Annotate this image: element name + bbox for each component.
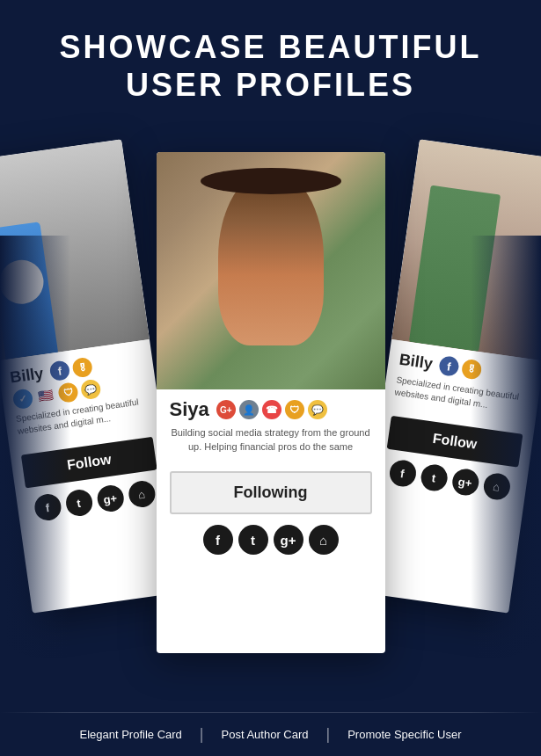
user-name-left: Billy bbox=[9, 364, 45, 387]
google-plus-icon-right[interactable]: g+ bbox=[450, 468, 480, 498]
twitter-icon-center[interactable]: t bbox=[238, 525, 268, 555]
twitter-icon-left[interactable]: t bbox=[64, 489, 94, 519]
shield-badge-center: 🛡 bbox=[285, 400, 304, 419]
footer-item-promote[interactable]: Promote Specific User bbox=[330, 728, 479, 741]
name-row-center: Siya G+ 👤 ☎ 🛡 💬 bbox=[170, 398, 372, 421]
footer-item-post-author[interactable]: Post Author Card bbox=[204, 728, 326, 741]
twitter-icon-right[interactable]: t bbox=[419, 463, 449, 493]
google-plus-icon-left[interactable]: g+ bbox=[95, 484, 125, 514]
footer-item-elegant[interactable]: Elegant Profile Card bbox=[62, 728, 199, 741]
facebook-icon-center[interactable]: f bbox=[203, 525, 233, 555]
flag-badge-left: 🇺🇸 bbox=[34, 385, 56, 407]
google-plus-icon-center[interactable]: g+ bbox=[274, 525, 303, 555]
chat-badge-left: 💬 bbox=[80, 379, 102, 401]
chat-badge-center: 💬 bbox=[308, 400, 327, 419]
footer: Elegant Profile Card | Post Author Card … bbox=[0, 712, 541, 756]
ribbon-badge-right: 🎖 bbox=[461, 359, 483, 381]
google-badge-center: G+ bbox=[216, 400, 236, 419]
support-badge-center: ☎ bbox=[262, 400, 281, 419]
home-icon-left[interactable]: ⌂ bbox=[127, 480, 157, 510]
facebook-icon-left[interactable]: f bbox=[33, 493, 62, 523]
user-name-center: Siya bbox=[170, 398, 209, 421]
user-name-right: Billy bbox=[398, 351, 435, 374]
cards-area: Billy f 🎖 ✓ 🇺🇸 🛡 💬 Specialized in creati… bbox=[0, 121, 541, 666]
shield-badge-left: 🛡 bbox=[57, 382, 79, 404]
page-title: SHOWCASE BEAUTIFUL USER PROFILES bbox=[35, 28, 506, 104]
home-icon-right[interactable]: ⌂ bbox=[481, 472, 511, 502]
page-header: SHOWCASE BEAUTIFUL USER PROFILES bbox=[0, 0, 541, 121]
card-image-left bbox=[0, 140, 150, 361]
bio-center: Building social media strategy from the … bbox=[170, 426, 372, 454]
home-icon-center[interactable]: ⌂ bbox=[309, 525, 339, 555]
card-body-center: Siya G+ 👤 ☎ 🛡 💬 Building social media st… bbox=[157, 389, 385, 471]
person-badge-center: 👤 bbox=[239, 400, 259, 419]
card-image-center bbox=[157, 152, 385, 389]
avatar-right bbox=[391, 140, 541, 361]
avatar-left bbox=[0, 140, 150, 361]
ribbon-badge-left: 🎖 bbox=[71, 357, 93, 379]
facebook-badge-right: f bbox=[438, 355, 460, 377]
avatar-center bbox=[157, 152, 385, 389]
profile-card-center: Siya G+ 👤 ☎ 🛡 💬 Building social media st… bbox=[157, 152, 385, 653]
facebook-icon-right[interactable]: f bbox=[388, 459, 418, 489]
facebook-badge-left: f bbox=[49, 360, 71, 382]
card-image-right bbox=[391, 140, 541, 361]
check-badge-left: ✓ bbox=[12, 389, 34, 411]
social-row-center: f t g+ ⌂ bbox=[157, 525, 385, 563]
following-button-center[interactable]: Following bbox=[170, 471, 372, 514]
